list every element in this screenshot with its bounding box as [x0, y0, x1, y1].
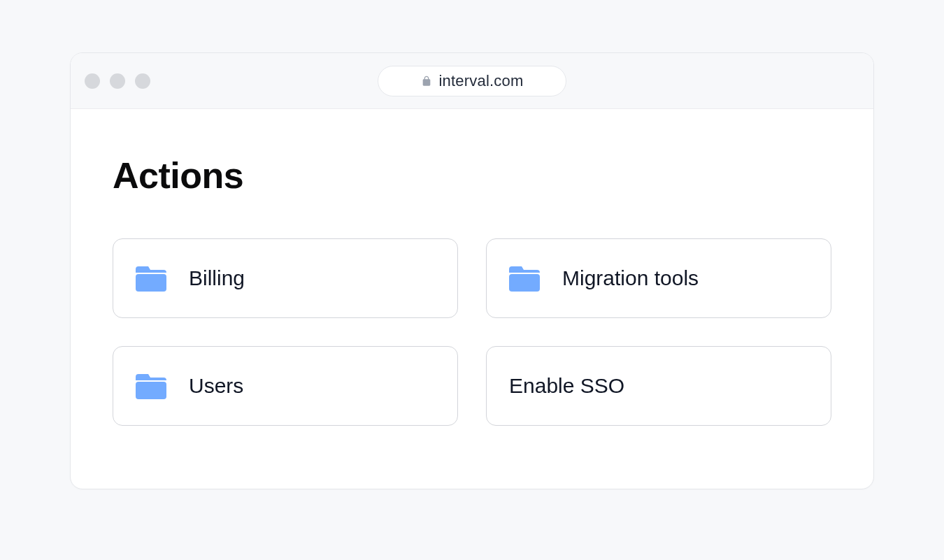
- traffic-lights: [85, 73, 150, 89]
- action-card-enable-sso[interactable]: Enable SSO: [486, 346, 831, 426]
- action-label: Enable SSO: [509, 374, 624, 398]
- action-label: Users: [189, 374, 243, 398]
- traffic-light-maximize[interactable]: [135, 73, 150, 89]
- url-bar[interactable]: interval.com: [378, 66, 566, 96]
- folder-icon: [509, 265, 540, 292]
- svg-rect-0: [136, 274, 166, 292]
- action-card-billing[interactable]: Billing: [113, 238, 458, 318]
- folder-icon: [136, 265, 166, 292]
- browser-chrome: interval.com: [71, 53, 873, 109]
- page-content: Actions Billing Migrati: [71, 109, 873, 489]
- page-title: Actions: [113, 155, 831, 196]
- traffic-light-minimize[interactable]: [110, 73, 125, 89]
- svg-rect-2: [136, 382, 166, 399]
- traffic-light-close[interactable]: [85, 73, 100, 89]
- action-card-migration-tools[interactable]: Migration tools: [486, 238, 831, 318]
- folder-icon: [136, 373, 166, 399]
- browser-window: interval.com Actions Billing: [70, 52, 874, 489]
- lock-icon: [421, 75, 432, 87]
- svg-rect-1: [509, 274, 540, 292]
- action-label: Migration tools: [562, 266, 699, 290]
- actions-grid: Billing Migration tools: [113, 238, 831, 426]
- action-label: Billing: [189, 266, 245, 290]
- action-card-users[interactable]: Users: [113, 346, 458, 426]
- url-text: interval.com: [439, 72, 524, 90]
